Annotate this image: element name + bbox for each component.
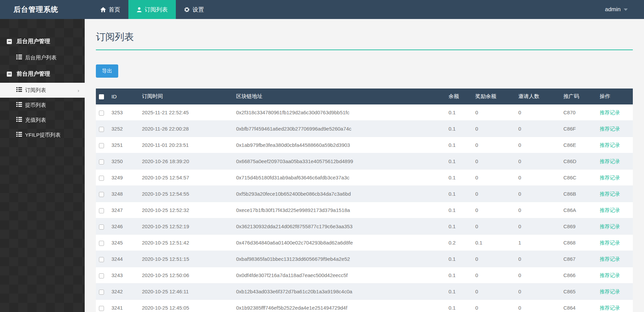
row-checkbox-cell [96,251,109,267]
cell-subscribe-time: 2020-11-01 20:23:51 [139,137,233,153]
cell-invite-count: 0 [516,137,561,153]
cell-balance: 0.1 [446,251,473,267]
row-checkbox[interactable] [99,225,104,230]
cell-reward-balance: 0 [473,186,516,202]
recommend-records-link[interactable]: 推荐记录 [600,289,620,294]
cell-invite-count: 1 [516,235,561,251]
cell-blockchain-address: 0xbfb77f459461a6ed230b27706996ad9e5260a7… [233,121,446,137]
cell-reward-balance: 0 [473,267,516,284]
cell-id: 3242 [109,284,139,300]
cell-id: 3244 [109,251,139,267]
sidebar-item-label: YFILP提币列表 [25,132,61,139]
cell-id: 3251 [109,137,139,153]
cell-promo-code: C870 [561,104,597,121]
cell-promo-code: C86D [561,153,597,170]
tab-settings[interactable]: 设置 [176,0,212,19]
row-checkbox[interactable] [99,273,104,278]
sidebar-item-subscription-list[interactable]: 订阅列表 › [0,83,85,98]
table-row: 3247 2020-10-25 12:52:32 0xece17b1fb30f1… [96,202,633,218]
row-checkbox[interactable] [99,257,104,262]
recommend-records-link[interactable]: 推荐记录 [600,126,620,132]
row-checkbox-cell [96,186,109,202]
cell-blockchain-address: 0x362130932dda214d062f8755877c179c6e3aa3… [233,218,446,235]
tab-subscription-list[interactable]: 订阅列表 [128,0,176,19]
row-checkbox-cell [96,300,109,312]
cell-promo-code: C866 [561,267,597,284]
recommend-records-link[interactable]: 推荐记录 [600,305,620,311]
row-checkbox-cell [96,235,109,251]
header-action: 操作 [597,89,633,104]
cell-subscribe-time: 2020-10-25 12:51:42 [139,235,233,251]
cell-invite-count: 0 [516,153,561,170]
cell-action: 推荐记录 [597,284,633,300]
cell-action: 推荐记录 [597,137,633,153]
cell-action: 推荐记录 [597,235,633,251]
cell-balance: 0.1 [446,104,473,121]
cell-reward-balance: 0 [473,153,516,170]
row-checkbox-cell [96,121,109,137]
recommend-records-link[interactable]: 推荐记录 [600,158,620,164]
cell-subscribe-time: 2020-10-25 12:50:06 [139,267,233,284]
cell-subscribe-time: 2020-10-25 12:54:55 [139,186,233,202]
row-checkbox[interactable] [99,159,104,164]
list-icon [16,55,22,61]
row-checkbox[interactable] [99,143,104,148]
cell-reward-balance: 0 [473,104,516,121]
user-name: admin [605,6,621,13]
cell-action: 推荐记录 [597,170,633,186]
cell-id: 3248 [109,186,139,202]
cell-subscribe-time: 2020-10-25 12:52:32 [139,202,233,218]
row-checkbox-cell [96,104,109,121]
header-balance: 余额 [446,89,473,104]
recommend-records-link[interactable]: 推荐记录 [600,175,620,180]
cell-reward-balance: 0.1 [473,235,516,251]
cell-blockchain-address: 0x476d364840a6a01400e02c704293b8ad62a6d8… [233,235,446,251]
cell-blockchain-address: 0x2f318c334780961fb129d2a6c30d0763d9bb51… [233,104,446,121]
row-checkbox[interactable] [99,290,104,295]
sidebar-section-front-users[interactable]: 前台用户管理 [0,65,85,83]
user-menu[interactable]: admin [605,0,644,19]
row-checkbox[interactable] [99,208,104,213]
home-icon [100,7,106,12]
recommend-records-link[interactable]: 推荐记录 [600,142,620,148]
cell-subscribe-time: 2025-11-21 22:52:45 [139,104,233,121]
table-row: 3243 2020-10-25 12:50:06 0x0df4fde307f21… [96,267,633,284]
cell-balance: 0.1 [446,137,473,153]
row-checkbox[interactable] [99,111,104,116]
table-row: 3250 2020-10-26 18:39:20 0x66875a0eef209… [96,153,633,170]
cell-invite-count: 0 [516,170,561,186]
cell-invite-count: 0 [516,300,561,312]
table-row: 3249 2020-10-25 12:54:57 0x715d4b5180fd3… [96,170,633,186]
export-button[interactable]: 导出 [96,64,118,78]
recommend-records-link[interactable]: 推荐记录 [600,207,620,213]
row-checkbox[interactable] [99,127,104,132]
recommend-records-link[interactable]: 推荐记录 [600,110,620,115]
tab-home[interactable]: 首页 [92,0,128,19]
cell-subscribe-time: 2020-10-25 12:45:05 [139,300,233,312]
row-checkbox[interactable] [99,192,104,197]
page-title: 订阅列表 [96,31,633,43]
recommend-records-link[interactable]: 推荐记录 [600,240,620,246]
cell-id: 3250 [109,153,139,170]
list-icon [16,87,22,93]
cell-id: 3247 [109,202,139,218]
recommend-records-link[interactable]: 推荐记录 [600,256,620,262]
sidebar-item-recharge-list[interactable]: 充值列表 [0,113,85,128]
sidebar-section-admin-users[interactable]: 后台用户管理 [0,33,85,50]
cell-promo-code: C86B [561,186,597,202]
recommend-records-link[interactable]: 推荐记录 [600,272,620,278]
row-checkbox[interactable] [99,241,104,246]
header-blockchain-address: 区块链地址 [233,89,446,104]
row-checkbox[interactable] [99,306,104,311]
cell-blockchain-address: 0xf5b293a20fece10b652400be086cb34da7c3a6… [233,186,446,202]
recommend-records-link[interactable]: 推荐记录 [600,191,620,197]
cell-subscribe-time: 2020-10-25 12:54:57 [139,170,233,186]
cell-action: 推荐记录 [597,202,633,218]
sidebar-item-withdraw-list[interactable]: 提币列表 [0,98,85,113]
row-checkbox[interactable] [99,176,104,181]
sidebar-item-yfilp-withdraw-list[interactable]: YFILP提币列表 [0,128,85,142]
select-all-checkbox[interactable] [99,94,104,99]
sidebar-item-admin-user-list[interactable]: 后台用户列表 [0,50,85,65]
recommend-records-link[interactable]: 推荐记录 [600,223,620,229]
table-row: 3241 2020-10-25 12:45:05 0x1b92385fff746… [96,300,633,312]
